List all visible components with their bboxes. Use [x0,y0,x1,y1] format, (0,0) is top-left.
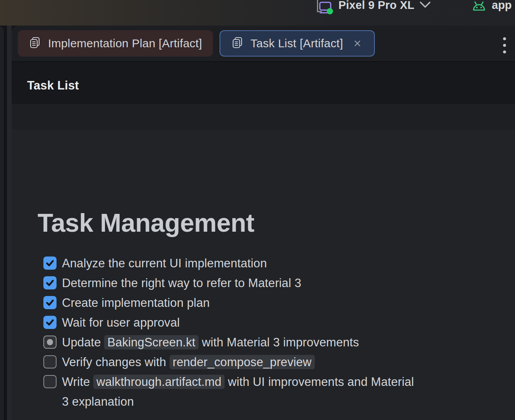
task-list-item: Write walkthrough.artifact.md with UI im… [43,372,515,411]
chevron-down-icon [419,1,431,12]
task-text-segment: with Material 3 improvements [199,336,359,349]
tab-implementation-plan[interactable]: Implementation Plan [Artifact] [18,30,213,57]
android-icon [472,0,486,15]
inline-code: BakingScreen.kt [104,335,198,349]
task-text: Analyze the current UI implementation [62,253,267,273]
task-text-segment: Analyze the current UI implementation [62,256,267,270]
task-checkbox-unchecked[interactable] [43,375,57,388]
task-checkbox-checked[interactable] [43,256,57,270]
task-list-item: Create implementation plan [43,293,515,313]
panel-divider [7,26,12,420]
artifact-content: Task Management Analyze the current UI i… [12,129,515,420]
task-list-item: Update BakingScreen.kt with Material 3 i… [43,332,515,352]
device-selector-dropdown[interactable]: Pixel 9 Pro XL [314,0,431,17]
run-config-label: app [492,0,512,12]
task-text-segment: Verify changes with [62,355,170,369]
task-text: Determine the right way to refer to Mate… [62,273,301,293]
adjacent-panel-edge [0,26,4,420]
task-text: Create implementation plan [62,293,210,313]
task-checkbox-checked[interactable] [43,316,57,329]
task-text-segment: Update [62,336,104,349]
task-text: Verify changes with render_compose_previ… [62,352,315,372]
task-checkbox-checked[interactable] [43,296,57,309]
task-text-segment: Create implementation plan [62,296,210,310]
task-text: Update BakingScreen.kt with Material 3 i… [62,332,359,352]
task-list-item: Wait for user approval [43,313,515,332]
task-checkbox-unchecked[interactable] [43,355,57,368]
task-text: Write walkthrough.artifact.md with UI im… [62,372,418,411]
task-list: Analyze the current UI implementation De… [43,253,515,411]
artifact-panel-header: Task List [12,62,515,104]
run-configuration-selector[interactable]: app [472,0,512,17]
panel-title: Task List [27,79,79,93]
tab-task-list[interactable]: Task List [Artifact] [220,30,375,57]
task-text-segment: Wait for user approval [62,316,180,329]
artifact-tab-bar: Implementation Plan [Artifact] Task List… [12,26,515,62]
task-list-item: Determine the right way to refer to Mate… [43,273,515,293]
close-icon[interactable] [352,38,363,49]
artifact-panel: Implementation Plan [Artifact] Task List… [12,26,515,420]
task-list-item: Analyze the current UI implementation [43,253,515,273]
task-text: Wait for user approval [62,313,180,332]
more-options-icon[interactable] [500,36,510,54]
task-checkbox-checked[interactable] [43,276,57,289]
artifact-document-icon [29,36,41,50]
tab-label: Implementation Plan [Artifact] [48,37,202,50]
task-checkbox-in_progress[interactable] [43,336,57,349]
artifact-document-icon [231,36,244,50]
device-name-label: Pixel 9 Pro XL [338,0,414,12]
device-mirror-icon [314,0,334,12]
top-toolbar: Pixel 9 Pro XL app [0,0,515,26]
task-list-item: Verify changes with render_compose_previ… [43,352,515,372]
inline-code: render_compose_preview [170,355,315,369]
task-text-segment: Write [62,375,93,389]
document-heading: Task Management [38,209,515,237]
inline-code: walkthrough.artifact.md [93,375,225,389]
task-text-segment: Determine the right way to refer to Mate… [62,276,301,290]
tab-label: Task List [Artifact] [251,37,343,50]
